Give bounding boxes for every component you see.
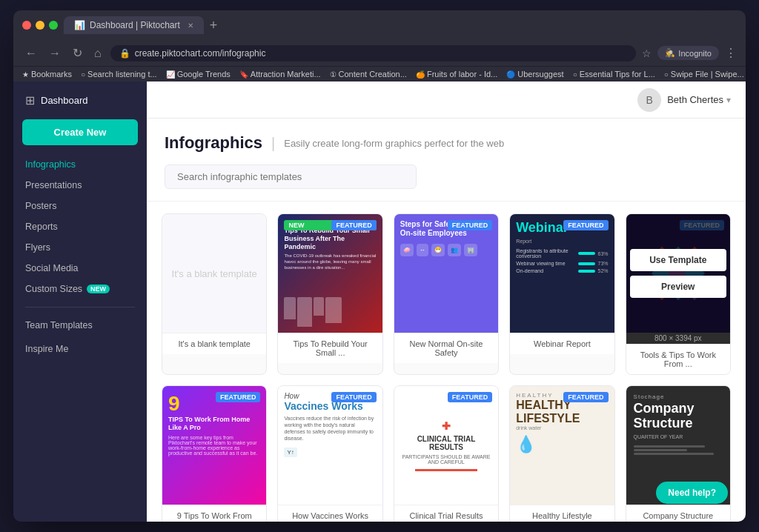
forward-button[interactable]: → <box>46 45 64 61</box>
blank-card-label: It's a blank template <box>162 333 266 354</box>
bookmark-star-icon[interactable]: ☆ <box>642 47 652 59</box>
minimize-window-button[interactable] <box>36 21 44 30</box>
building-3 <box>314 297 324 316</box>
stat-label: Webinar viewing time <box>516 261 575 266</box>
card-overlay: Use Template Preview <box>626 214 730 333</box>
card-buildings <box>284 297 376 327</box>
sidebar-item-infographics[interactable]: Infographics <box>13 154 147 175</box>
card-background: HEALTHY HEALTHY LIFESTYLE drink water 💧 <box>510 386 614 505</box>
card-body: Vaccines reduce the risk of infection by… <box>284 415 376 442</box>
sidebar-item-team-templates[interactable]: Team Templates <box>13 315 147 336</box>
bookmark-label: Bookmarks <box>31 70 72 79</box>
bookmark-icon: 🔵 <box>506 70 515 79</box>
bookmark-ubersuggest[interactable]: 🔵 Ubersuggest <box>506 70 563 79</box>
avatar-initials: B <box>646 94 652 106</box>
maximize-window-button[interactable] <box>49 21 58 30</box>
address-bar-row: ← → ↻ ⌂ 🔒 create.piktochart.com/infograp… <box>13 40 746 66</box>
bookmark-label: Content Creation... <box>339 70 407 79</box>
card-title: CLINICAL TRIAL RESULTS <box>402 435 491 451</box>
new-tab-button[interactable]: + <box>204 18 224 33</box>
featured-badge: FEATURED <box>563 392 608 402</box>
bookmark-search-listening[interactable]: ○ Search listening t... <box>81 70 157 79</box>
use-template-button[interactable]: Use Template <box>630 249 726 271</box>
sidebar-item-flyers[interactable]: Flyers <box>13 237 147 258</box>
sidebar-item-reports[interactable]: Reports <box>13 216 147 237</box>
template-card-new-normal[interactable]: Steps for Safeguarding On-site Employees… <box>394 213 499 375</box>
bookmark-content[interactable]: ① Content Creation... <box>330 70 407 79</box>
sidebar-item-posters[interactable]: Posters <box>13 196 147 216</box>
tab-title: Dashboard | Piktochart <box>90 20 180 30</box>
chart-bar-3 <box>634 453 714 455</box>
card-stats: Registrants to attribute conversion 63% … <box>516 248 608 273</box>
building-1 <box>284 297 296 319</box>
browser-menu-button[interactable]: ⋮ <box>725 46 737 60</box>
bookmark-essential[interactable]: ○ Essential Tips for L... <box>573 70 655 79</box>
template-card-tools-tips[interactable]: FEATURED Use Template Preview 800 × 3394… <box>626 213 731 375</box>
template-card-tips-rebuild[interactable]: 6 Tips To Rebuild Your Small Business Af… <box>277 213 382 375</box>
tab-close-button[interactable]: ✕ <box>188 21 193 30</box>
template-preview-healthy: HEALTHY HEALTHY LIFESTYLE drink water 💧 … <box>510 386 614 505</box>
sidebar-item-presentations[interactable]: Presentations <box>13 175 147 196</box>
need-help-button[interactable]: Need help? <box>656 482 728 504</box>
incognito-button[interactable]: 🕵 Incognito <box>657 46 719 60</box>
sidebar-item-label: Presentations <box>25 180 82 190</box>
user-menu-chevron-icon[interactable]: ▾ <box>726 95 731 105</box>
bookmark-label: Attraction Marketi... <box>251 70 321 79</box>
sidebar-menu: Infographics Presentations Posters Repor… <box>13 154 147 299</box>
sidebar-item-label: Flyers <box>25 242 50 253</box>
back-button[interactable]: ← <box>22 45 40 61</box>
card-subtitle: QUARTER OF YEAR <box>634 434 723 439</box>
close-window-button[interactable] <box>22 21 31 30</box>
url-text: create.piktochart.com/infographic <box>135 48 266 59</box>
preview-button[interactable]: Preview <box>630 276 726 298</box>
app-header: B Beth Chertes ▾ <box>147 82 746 119</box>
building-4 <box>325 297 342 323</box>
bookmark-icon: ① <box>330 70 337 79</box>
card-illustration: 💧 <box>516 435 608 454</box>
chart-bar-2 <box>634 449 687 451</box>
template-card-clinical[interactable]: ✚ CLINICAL TRIAL RESULTS PARTICIPANTS SH… <box>394 385 499 522</box>
home-button[interactable]: ⌂ <box>91 45 105 61</box>
search-input[interactable] <box>165 164 417 189</box>
bookmark-google-trends[interactable]: 📈 Google Trends <box>166 70 231 79</box>
chart-bar-1 <box>634 445 705 448</box>
sidebar-item-social-media[interactable]: Social Media <box>13 258 147 279</box>
icon-mask: 😷 <box>431 244 445 256</box>
bookmark-bookmarks[interactable]: ★ Bookmarks <box>22 70 72 79</box>
bookmark-fruits[interactable]: 🍊 Fruits of labor - Id... <box>416 70 497 79</box>
create-new-button[interactable]: Create New <box>22 119 138 145</box>
bookmark-attraction[interactable]: 🔖 Attraction Marketi... <box>239 70 321 79</box>
card-background: Webinar Report Registrants to attribute … <box>510 214 614 333</box>
sidebar-item-custom-sizes[interactable]: Custom Sizes NEW <box>13 279 147 299</box>
featured-badge: FEATURED <box>331 392 376 402</box>
card-label: New Normal On-site Safety <box>394 333 498 363</box>
stat-label: Registrants to attribute conversion <box>516 248 575 259</box>
start-from-blank-text: It's a blank template <box>172 268 257 279</box>
template-card-webinar[interactable]: Webinar Report Registrants to attribute … <box>509 213 614 375</box>
bookmark-label: Essential Tips for L... <box>580 70 655 79</box>
template-card-vaccines[interactable]: How Vaccines Works Vaccines reduce the r… <box>277 385 382 522</box>
card-logos: Y↑ <box>284 448 376 457</box>
sidebar-logo-area: ⊞ Dashboard <box>13 82 147 119</box>
card-label: Company Structure <box>626 505 730 522</box>
logo-item: Y↑ <box>284 448 296 457</box>
bookmark-label: Fruits of labor - Id... <box>427 70 497 79</box>
active-tab[interactable]: 📊 Dashboard | Piktochart ✕ <box>64 16 204 34</box>
template-row-1: It's a blank template It's a blank templ… <box>162 213 731 375</box>
template-card-healthy[interactable]: HEALTHY HEALTHY LIFESTYLE drink water 💧 … <box>509 385 614 522</box>
template-card-tips-home[interactable]: 9 TIPS To Work From Home Like A Pro Here… <box>162 385 267 522</box>
refresh-button[interactable]: ↻ <box>70 44 85 61</box>
bookmark-icon: 📈 <box>166 70 175 79</box>
template-preview-tips-home: 9 TIPS To Work From Home Like A Pro Here… <box>162 386 266 505</box>
featured-badge: FEATURED <box>563 220 608 230</box>
template-card-blank[interactable]: It's a blank template It's a blank templ… <box>162 213 267 375</box>
card-icons: 🧼 ↔ 😷 👥 🏢 <box>400 244 492 256</box>
url-input[interactable]: 🔒 create.piktochart.com/infographic <box>110 45 637 61</box>
sidebar-item-label: Team Templates <box>25 320 93 330</box>
card-label: Webinar Report <box>510 333 614 354</box>
sidebar-item-inspire-me[interactable]: Inspire Me <box>13 339 147 359</box>
bookmark-swipe[interactable]: ○ Swipe File | Swipe... <box>664 70 744 79</box>
template-preview-vaccines: How Vaccines Works Vaccines reduce the r… <box>278 386 382 505</box>
card-bar <box>415 469 477 471</box>
sidebar-divider <box>25 307 135 307</box>
